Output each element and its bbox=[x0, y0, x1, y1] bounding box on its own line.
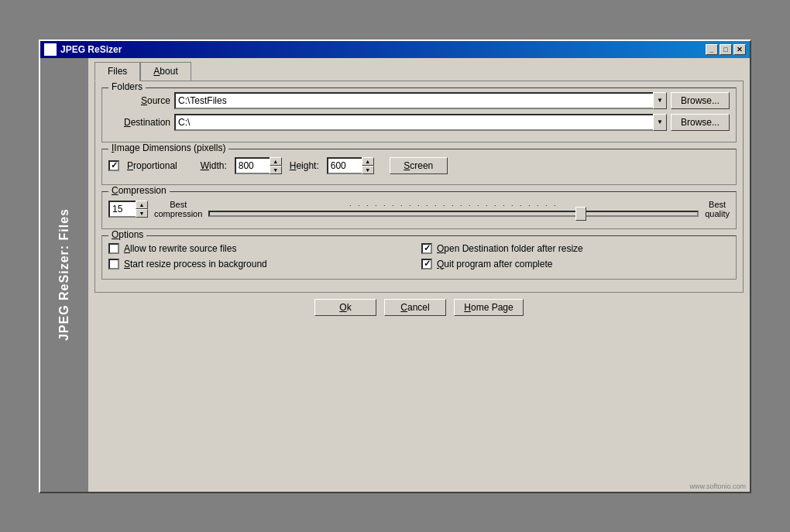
app-icon: 🖼 bbox=[44, 43, 57, 56]
width-label: Width: bbox=[201, 160, 227, 171]
option-4-label: Quit program after complete bbox=[437, 259, 552, 269]
width-input[interactable]: 800 bbox=[235, 157, 270, 174]
slider-track[interactable] bbox=[208, 211, 699, 217]
compression-spin-up[interactable]: ▲ bbox=[136, 201, 148, 209]
option-3-checkbox[interactable] bbox=[421, 243, 432, 254]
folders-group-title: Folders bbox=[108, 81, 146, 92]
slider-thumb[interactable] bbox=[575, 207, 586, 221]
width-spinner[interactable]: 800 ▲ ▼ bbox=[235, 157, 282, 174]
minimize-button[interactable]: _ bbox=[706, 44, 718, 55]
bottom-buttons: Ok Cancel Home Page bbox=[94, 299, 744, 316]
dimensions-group: IImage Dimensions (pixells) Proportional… bbox=[101, 149, 737, 185]
compression-spin-buttons: ▲ ▼ bbox=[136, 201, 148, 218]
compression-group: Compression 15 ▲ ▼ Best compression bbox=[101, 191, 737, 229]
width-spin-buttons: ▲ ▼ bbox=[270, 157, 282, 174]
width-spin-up[interactable]: ▲ bbox=[270, 157, 282, 166]
main-content: Files About Folders Source C:\TestFiles bbox=[88, 58, 750, 492]
option-2-row: Start resize process in background bbox=[108, 259, 417, 269]
options-group: Options Allow to rewrite source files bbox=[101, 235, 737, 280]
compression-spin-down[interactable]: ▼ bbox=[136, 209, 148, 218]
source-browse-button[interactable]: Browse... bbox=[671, 92, 730, 109]
tab-about[interactable]: About bbox=[140, 62, 191, 81]
option-4-checkbox[interactable] bbox=[421, 259, 432, 269]
options-grid: Allow to rewrite source files Open Desti… bbox=[108, 240, 730, 273]
option-4-row: Quit program after complete bbox=[421, 259, 730, 269]
height-spin-buttons: ▲ ▼ bbox=[362, 157, 374, 174]
maximize-button[interactable]: □ bbox=[720, 44, 732, 55]
best-quality-label: Best quality bbox=[705, 200, 730, 218]
option-1-label: Allow to rewrite source files bbox=[124, 243, 236, 254]
sidebar-text: JPEG ReSizer: Files bbox=[57, 208, 71, 341]
compression-spinner[interactable]: 15 ▲ ▼ bbox=[108, 201, 148, 218]
options-group-title: Options bbox=[108, 229, 146, 240]
proportional-checkbox[interactable] bbox=[108, 160, 119, 171]
dimensions-row: Proportional Width: 800 ▲ ▼ bbox=[108, 153, 730, 178]
width-spin-down[interactable]: ▼ bbox=[270, 166, 282, 174]
title-bar-left: 🖼 JPEG ReSizer bbox=[44, 43, 122, 56]
screen-button[interactable]: Screen bbox=[390, 157, 448, 174]
title-bar-buttons: _ □ ✕ bbox=[706, 44, 746, 55]
source-combo[interactable]: C:\TestFiles ▼ bbox=[174, 92, 667, 109]
height-input[interactable]: 600 bbox=[327, 157, 362, 174]
cancel-button[interactable]: Cancel bbox=[384, 299, 446, 316]
ok-button[interactable]: Ok bbox=[314, 299, 376, 316]
height-spin-down[interactable]: ▼ bbox=[362, 166, 374, 174]
sidebar: JPEG ReSizer: Files bbox=[40, 58, 88, 492]
dimensions-group-title: IImage Dimensions (pixells) bbox=[108, 142, 228, 153]
destination-combo[interactable]: C:\ ▼ bbox=[174, 114, 667, 131]
close-button[interactable]: ✕ bbox=[733, 44, 746, 55]
proportional-label: Proportional bbox=[127, 160, 177, 171]
option-1-row: Allow to rewrite source files bbox=[108, 243, 417, 254]
slider-ticks: · · · · · · · · · · · · · · · · · · · · … bbox=[349, 201, 558, 209]
title-bar: 🖼 JPEG ReSizer _ □ ✕ bbox=[40, 41, 750, 58]
main-window: 🖼 JPEG ReSizer _ □ ✕ JPEG ReSizer: Files… bbox=[39, 39, 751, 493]
watermark: www.softonio.com bbox=[689, 482, 746, 490]
compression-row: 15 ▲ ▼ Best compression · · · · · · · · … bbox=[108, 196, 730, 222]
height-label: Height: bbox=[290, 160, 319, 171]
option-3-row: Open Destination folder after resize bbox=[421, 243, 730, 254]
tab-content: Folders Source C:\TestFiles ▼ Browse... bbox=[94, 81, 744, 293]
best-compression-label: Best compression bbox=[154, 200, 202, 218]
destination-row: Destination C:\ ▼ Browse... bbox=[108, 114, 730, 131]
height-spinner[interactable]: 600 ▲ ▼ bbox=[327, 157, 374, 174]
slider-container: · · · · · · · · · · · · · · · · · · · · … bbox=[208, 201, 699, 217]
source-input[interactable]: C:\TestFiles bbox=[174, 92, 653, 109]
option-2-label: Start resize process in background bbox=[124, 259, 267, 269]
destination-label: Destination bbox=[108, 117, 170, 128]
homepage-button[interactable]: Home Page bbox=[454, 299, 524, 316]
source-label: Source bbox=[108, 95, 170, 106]
source-row: Source C:\TestFiles ▼ Browse... bbox=[108, 92, 730, 109]
height-spin-up[interactable]: ▲ bbox=[362, 157, 374, 166]
window-title: JPEG ReSizer bbox=[60, 44, 122, 55]
option-2-checkbox[interactable] bbox=[108, 259, 119, 269]
destination-browse-button[interactable]: Browse... bbox=[671, 114, 730, 131]
tabs: Files About bbox=[94, 62, 744, 81]
tab-files[interactable]: Files bbox=[94, 62, 140, 81]
option-3-label: Open Destination folder after resize bbox=[437, 243, 583, 254]
source-dropdown-btn[interactable]: ▼ bbox=[653, 92, 667, 109]
compression-group-title: Compression bbox=[108, 185, 170, 196]
destination-input[interactable]: C:\ bbox=[174, 114, 653, 131]
compression-input[interactable]: 15 bbox=[108, 201, 136, 218]
destination-dropdown-btn[interactable]: ▼ bbox=[653, 114, 667, 131]
option-1-checkbox[interactable] bbox=[108, 243, 119, 254]
folders-group: Folders Source C:\TestFiles ▼ Browse... bbox=[101, 88, 737, 142]
